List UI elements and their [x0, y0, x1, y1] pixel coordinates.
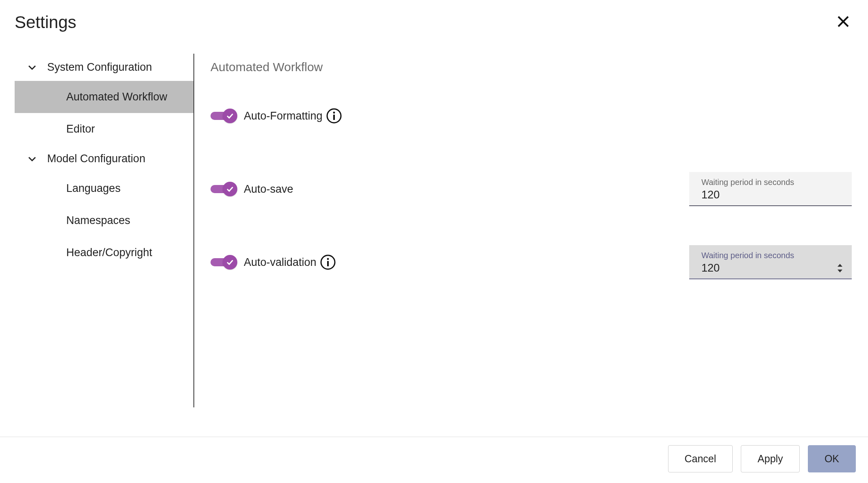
sidebar-item-editor[interactable]: Editor — [15, 113, 193, 145]
sidebar-group-system: System Configuration Automated Workflow … — [15, 54, 193, 145]
toggle-thumb — [223, 109, 237, 123]
sidebar-item-label: Editor — [66, 123, 95, 135]
input-value-row: 120 — [701, 189, 844, 201]
triangle-up-icon — [837, 263, 843, 267]
setting-label: Auto-Formatting — [244, 110, 323, 122]
setting-row-auto-formatting: Auto-Formatting — [210, 94, 852, 138]
sidebar-group-model: Model Configuration Languages Namespaces… — [15, 145, 193, 269]
check-icon — [226, 185, 234, 193]
sidebar-group-header-model[interactable]: Model Configuration — [15, 145, 193, 172]
info-icon[interactable] — [326, 108, 342, 124]
info-icon[interactable] — [320, 254, 336, 270]
apply-button[interactable]: Apply — [741, 445, 800, 472]
svg-marker-8 — [838, 264, 842, 267]
ok-button[interactable]: OK — [808, 445, 856, 472]
input-autosave-period[interactable]: Waiting period in seconds 120 — [689, 172, 852, 206]
panel-title: Automated Workflow — [210, 60, 852, 74]
sidebar-item-automated-workflow[interactable]: Automated Workflow — [15, 81, 193, 113]
sidebar-item-languages[interactable]: Languages — [15, 172, 193, 205]
sidebar-item-label: Namespaces — [66, 214, 130, 226]
content-area: System Configuration Automated Workflow … — [0, 37, 868, 407]
close-button[interactable] — [833, 11, 853, 33]
setting-label: Auto-save — [244, 183, 293, 196]
toggle-auto-formatting[interactable] — [210, 109, 239, 123]
spinner-up-button[interactable] — [836, 263, 844, 268]
input-label: Waiting period in seconds — [701, 178, 844, 187]
input-label: Waiting period in seconds — [701, 251, 844, 260]
sidebar-item-header-copyright[interactable]: Header/Copyright — [15, 237, 193, 269]
sidebar-group-title: System Configuration — [47, 61, 152, 74]
toggle-thumb — [223, 182, 237, 196]
svg-rect-4 — [333, 115, 335, 120]
input-value-row: 120 — [701, 262, 844, 274]
main-panel: Automated Workflow Auto-Formatting — [194, 54, 868, 407]
number-spinner — [836, 263, 844, 274]
setting-row-auto-save: Auto-save Waiting period in seconds 120 — [210, 167, 852, 211]
cancel-button[interactable]: Cancel — [668, 445, 733, 472]
sidebar: System Configuration Automated Workflow … — [0, 54, 194, 407]
toggle-thumb — [223, 255, 237, 270]
spinner-down-button[interactable] — [836, 269, 844, 274]
dialog-title: Settings — [15, 13, 76, 32]
sidebar-item-label: Automated Workflow — [66, 91, 167, 103]
triangle-down-icon — [837, 269, 843, 273]
toggle-auto-validation[interactable] — [210, 255, 239, 270]
setting-row-auto-validation: Auto-validation Waiting period in second… — [210, 240, 852, 285]
close-icon — [837, 15, 849, 29]
setting-left: Auto-Formatting — [210, 108, 342, 124]
setting-left: Auto-save — [210, 182, 293, 196]
input-autovalidation-period[interactable]: Waiting period in seconds 120 — [689, 245, 852, 279]
svg-point-6 — [327, 258, 329, 260]
toggle-auto-save[interactable] — [210, 182, 239, 196]
svg-point-3 — [333, 112, 335, 114]
input-value[interactable]: 120 — [701, 262, 836, 274]
sidebar-item-label: Header/Copyright — [66, 246, 152, 259]
sidebar-group-title: Model Configuration — [47, 152, 145, 165]
dialog-footer: Cancel Apply OK — [0, 437, 868, 483]
setting-left: Auto-validation — [210, 254, 336, 270]
check-icon — [226, 258, 234, 266]
sidebar-item-label: Languages — [66, 182, 121, 194]
setting-label: Auto-validation — [244, 256, 317, 269]
sidebar-item-namespaces[interactable]: Namespaces — [15, 205, 193, 237]
check-icon — [226, 112, 234, 120]
chevron-down-icon — [27, 154, 37, 164]
dialog-header: Settings — [0, 0, 868, 37]
svg-rect-7 — [327, 261, 329, 266]
svg-marker-9 — [838, 270, 842, 272]
sidebar-group-header-system[interactable]: System Configuration — [15, 54, 193, 81]
input-value[interactable]: 120 — [701, 189, 844, 201]
chevron-down-icon — [27, 62, 37, 73]
